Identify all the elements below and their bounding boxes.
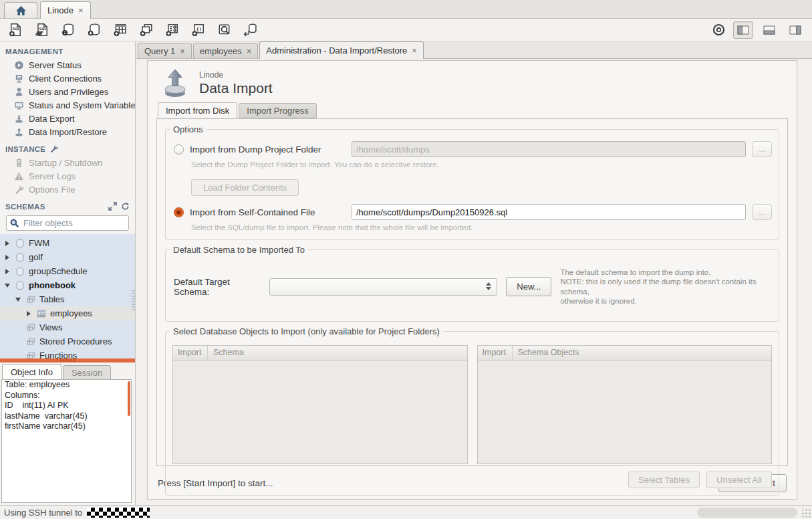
tree-item-tables-folder[interactable]: Tables bbox=[0, 292, 135, 306]
self-contained-path-input[interactable] bbox=[352, 204, 746, 220]
warning-icon bbox=[14, 171, 24, 181]
search-objects-icon[interactable] bbox=[215, 22, 233, 38]
sidebar-item-server-status[interactable]: Server Status bbox=[0, 58, 135, 72]
default-schema-note: The default schema to import the dump in… bbox=[560, 268, 771, 306]
sidebar-item-data-import-restore[interactable]: Data Import/Restore bbox=[0, 125, 135, 138]
open-sql-script-icon[interactable]: SQL bbox=[33, 22, 50, 38]
new-table-icon[interactable] bbox=[111, 22, 128, 38]
dump-folder-browse-button[interactable]: ... bbox=[752, 141, 772, 157]
schemas-table[interactable]: Import Schema bbox=[172, 345, 468, 464]
tab-query1[interactable]: Query 1× bbox=[138, 43, 192, 58]
filter-objects-input[interactable] bbox=[6, 215, 129, 231]
tree-item-functions-folder[interactable]: Functions bbox=[0, 348, 135, 358]
connection-name: Linode bbox=[199, 70, 273, 80]
tab-administration-data-import[interactable]: Administration - Data Import/Restore× bbox=[259, 41, 424, 59]
schema-objects-table[interactable]: Import Schema Objects bbox=[477, 345, 773, 464]
object-info-scroll-thumb[interactable] bbox=[128, 381, 130, 416]
tab-import-from-disk[interactable]: Import from Disk bbox=[158, 102, 237, 119]
close-icon[interactable]: × bbox=[78, 6, 84, 15]
tree-item-schema[interactable]: golf bbox=[0, 250, 135, 264]
sidebar-item-options-file[interactable]: Options File bbox=[0, 183, 135, 196]
sidebar-item-users-privileges[interactable]: Users and Privileges bbox=[0, 85, 135, 98]
default-target-schema-label: Default Target Schema: bbox=[174, 277, 261, 297]
tree-item-table-employees[interactable]: employees bbox=[0, 306, 135, 320]
self-contained-browse-button[interactable]: ... bbox=[752, 204, 772, 220]
tab-import-progress[interactable]: Import Progress bbox=[239, 103, 316, 118]
tree-item-schema-phonebook[interactable]: phonebook bbox=[0, 278, 135, 292]
sidebar-item-startup-shutdown[interactable]: Startup / Shutdown bbox=[0, 156, 135, 169]
table-icon bbox=[37, 309, 46, 318]
admin-content: Linode Data Import Import from Disk Impo… bbox=[136, 59, 812, 505]
close-icon[interactable]: × bbox=[247, 47, 252, 56]
new-schema-button[interactable]: New... bbox=[506, 277, 551, 296]
objects-buttons: Select Tables Unselect All bbox=[172, 472, 772, 488]
sidebar-item-status-system-variables[interactable]: Status and System Variables bbox=[0, 98, 135, 112]
self-contained-label: Import from Self-Contained File bbox=[190, 207, 352, 217]
wrench-gray-icon bbox=[14, 185, 24, 195]
server-status-icon bbox=[14, 60, 24, 70]
toggle-bottom-panel-button[interactable] bbox=[759, 21, 779, 39]
self-contained-radio[interactable] bbox=[174, 207, 184, 217]
object-info-line: lastName varchar(45) bbox=[2, 411, 131, 422]
expander-icon[interactable] bbox=[3, 255, 11, 260]
dump-folder-path-input[interactable] bbox=[352, 141, 746, 157]
client-connections-icon bbox=[14, 74, 24, 84]
expander-icon[interactable] bbox=[3, 241, 11, 246]
import-subtabs: Import from Disk Import Progress bbox=[156, 102, 788, 118]
new-schema-icon[interactable] bbox=[85, 22, 102, 38]
home-icon bbox=[15, 5, 27, 16]
instance-title: INSTANCE bbox=[5, 145, 45, 153]
col-schema-objects: Schema Objects bbox=[513, 348, 579, 357]
tree-item-views-folder[interactable]: Views bbox=[0, 320, 135, 334]
select-tables-button[interactable]: Select Tables bbox=[628, 472, 700, 488]
expander-icon[interactable] bbox=[3, 284, 11, 288]
sidebar-splitter[interactable] bbox=[0, 358, 135, 362]
refresh-schemas-icon[interactable] bbox=[121, 202, 130, 211]
db-info-icon[interactable] bbox=[59, 22, 76, 38]
connection-tab[interactable]: Linode × bbox=[40, 1, 91, 19]
object-info-line: Table: employees bbox=[2, 380, 131, 391]
users-icon bbox=[14, 87, 24, 97]
sidebar-item-data-export[interactable]: Data Export bbox=[0, 112, 135, 125]
objects-legend: Select Database Objects to Import (only … bbox=[170, 326, 443, 336]
server-box-icon bbox=[14, 158, 24, 168]
page-title: Data Import bbox=[199, 80, 273, 96]
expand-panel-icon[interactable] bbox=[108, 202, 117, 211]
new-sql-editor-icon[interactable]: SQL bbox=[7, 22, 24, 38]
combobox-spinner-icon bbox=[486, 282, 491, 290]
expander-icon[interactable] bbox=[25, 311, 33, 316]
home-tab[interactable] bbox=[4, 2, 37, 18]
self-contained-help: Select the SQL/dump file to import. Plea… bbox=[191, 223, 772, 231]
page-header: Linode Data Import bbox=[156, 66, 788, 102]
tree-item-stored-procedures-folder[interactable]: Stored Procedures bbox=[0, 334, 135, 348]
dump-folder-radio[interactable] bbox=[174, 144, 184, 154]
resize-grip-icon[interactable] bbox=[801, 508, 811, 518]
default-schema-legend: Default Schema to be Imported To bbox=[170, 245, 308, 255]
sidebar-item-server-logs[interactable]: Server Logs bbox=[0, 169, 135, 183]
expander-icon[interactable] bbox=[14, 298, 22, 302]
new-routine-icon[interactable] bbox=[163, 22, 180, 38]
tab-object-info[interactable]: Object Info bbox=[2, 364, 61, 379]
close-icon[interactable]: × bbox=[412, 46, 417, 55]
schema-tree: FWM golf groupSchedule phonebook bbox=[0, 234, 135, 358]
tree-item-schema[interactable]: groupSchedule bbox=[0, 264, 135, 278]
close-icon[interactable]: × bbox=[180, 47, 185, 56]
reconnect-db-icon[interactable] bbox=[241, 22, 259, 38]
default-target-schema-combobox[interactable] bbox=[269, 278, 497, 296]
sidebar-item-client-connections[interactable]: Client Connections bbox=[0, 72, 135, 85]
unselect-all-button[interactable]: Unselect All bbox=[706, 472, 772, 488]
toggle-left-sidebar-button[interactable] bbox=[733, 21, 753, 39]
tab-employees[interactable]: employees× bbox=[193, 43, 258, 58]
new-function-icon[interactable]: {) bbox=[189, 22, 207, 38]
toggle-right-panel-button[interactable] bbox=[785, 21, 805, 39]
load-folder-contents-button[interactable]: Load Folder Contents bbox=[191, 179, 299, 196]
ssh-tunnel-status: Using SSH tunnel to bbox=[4, 508, 82, 518]
status-bar: Using SSH tunnel to bbox=[0, 505, 812, 519]
new-view-icon[interactable] bbox=[137, 22, 154, 38]
tab-session[interactable]: Session bbox=[63, 365, 111, 379]
progress-pill bbox=[697, 508, 797, 518]
schemas-table-header: Import Schema bbox=[173, 346, 467, 360]
expander-icon[interactable] bbox=[3, 269, 11, 274]
tree-item-schema[interactable]: FWM bbox=[0, 236, 135, 250]
tree-scroll-grip[interactable] bbox=[132, 290, 135, 310]
